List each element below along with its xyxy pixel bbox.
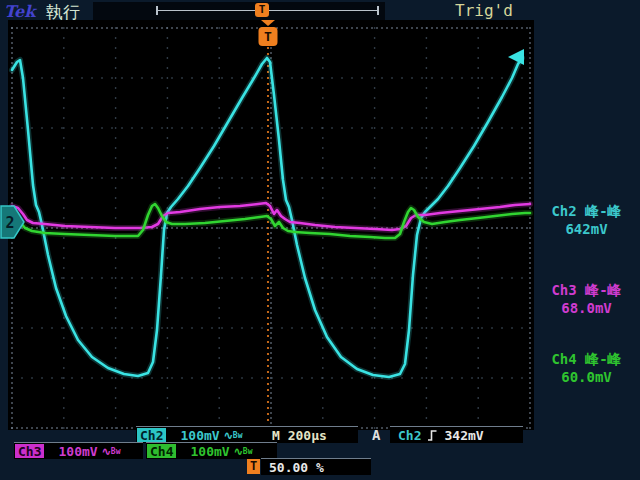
measurement-ch2-pkpk: Ch2 峰-峰 642mV bbox=[535, 202, 638, 238]
acquisition-bracket-right bbox=[377, 6, 379, 15]
tek-logo: Tek bbox=[4, 2, 35, 21]
ch2-scale-value: 100mV bbox=[180, 428, 219, 443]
ch4-scale-value: 100mV bbox=[190, 444, 229, 459]
horizontal-position-readout: 50.00 % bbox=[261, 458, 371, 475]
measurement-ch3-value: 68.0mV bbox=[535, 299, 638, 317]
measurement-ch3-label: Ch3 峰-峰 bbox=[535, 281, 638, 299]
horizontal-position-value: 50.00 % bbox=[269, 460, 324, 475]
measurement-ch4-label: Ch4 峰-峰 bbox=[535, 350, 638, 368]
trigger-level-value: 342mV bbox=[444, 428, 483, 443]
ch4-bandwidth-icon: Bw bbox=[243, 447, 253, 456]
ch4-badge[interactable]: Ch4 bbox=[147, 444, 176, 458]
trigger-position-icon[interactable]: T bbox=[255, 3, 269, 17]
ch2-scale-readout[interactable]: Ch2 100mV ∿ Bw bbox=[136, 426, 266, 443]
top-status-bar: Tek 執行 T Trig'd bbox=[0, 0, 640, 22]
measurement-ch4-pkpk: Ch4 峰-峰 60.0mV bbox=[535, 350, 638, 386]
ch3-scale-value: 100mV bbox=[58, 444, 97, 459]
ch3-coupling-icon: ∿ bbox=[102, 445, 111, 458]
trigger-status-label: Trig'd bbox=[455, 1, 513, 20]
ch2-badge[interactable]: Ch2 bbox=[137, 428, 166, 442]
svg-text:2: 2 bbox=[5, 214, 14, 232]
rising-edge-icon bbox=[427, 429, 438, 442]
ch4-coupling-icon: ∿ bbox=[234, 445, 243, 458]
ch4-scale-readout[interactable]: Ch4 100mV ∿ Bw bbox=[146, 442, 277, 459]
measurement-ch2-label: Ch2 峰-峰 bbox=[535, 202, 638, 220]
ch3-bandwidth-icon: Bw bbox=[111, 447, 121, 456]
oscilloscope-screen: Tek 執行 T Trig'd T 2 Ch2 峰-峰 642mV Ch3 峰 bbox=[0, 0, 640, 480]
svg-text:T: T bbox=[264, 29, 272, 44]
trigger-source-label: Ch2 bbox=[398, 428, 421, 443]
ch3-scale-readout[interactable]: Ch3 100mV ∿ Bw bbox=[14, 442, 143, 459]
timebase-readout[interactable]: M 200µs bbox=[266, 426, 358, 443]
trigger-readout[interactable]: Ch2 342mV bbox=[390, 426, 523, 443]
ch2-bandwidth-icon: Bw bbox=[233, 431, 243, 440]
measurement-ch2-value: 642mV bbox=[535, 220, 638, 238]
timebase-value: M 200µs bbox=[272, 428, 327, 443]
ch2-coupling-icon: ∿ bbox=[224, 429, 233, 442]
horizontal-position-icon[interactable]: T bbox=[247, 459, 260, 474]
trigger-mode-label: A bbox=[372, 427, 380, 443]
acquisition-position-strip: T bbox=[93, 2, 385, 20]
ch3-badge[interactable]: Ch3 bbox=[15, 444, 44, 458]
measurement-ch4-value: 60.0mV bbox=[535, 368, 638, 386]
measurement-ch3-pkpk: Ch3 峰-峰 68.0mV bbox=[535, 281, 638, 317]
